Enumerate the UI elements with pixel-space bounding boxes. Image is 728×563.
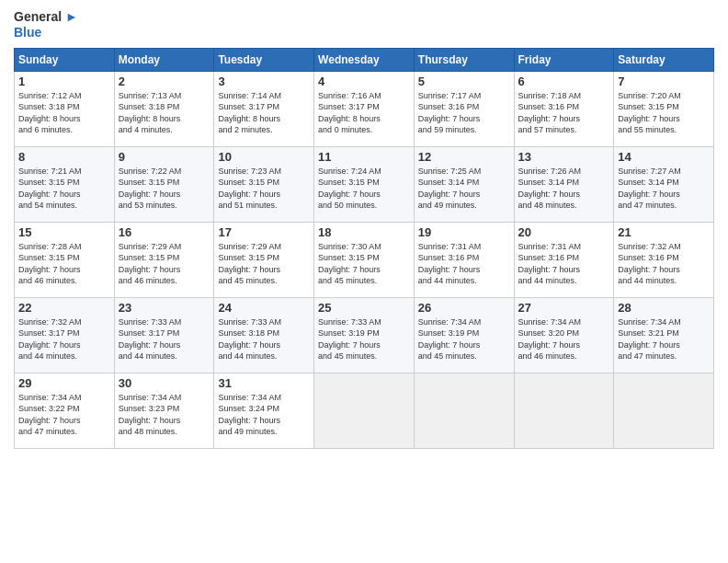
calendar-cell: 4Sunrise: 7:16 AM Sunset: 3:17 PM Daylig… [314,71,415,146]
day-number: 10 [218,150,310,164]
day-info: Sunrise: 7:29 AM Sunset: 3:15 PM Dayligh… [218,241,310,287]
calendar-header: SundayMondayTuesdayWednesdayThursdayFrid… [15,48,714,71]
day-number: 26 [418,301,510,315]
calendar-cell: 6Sunrise: 7:18 AM Sunset: 3:16 PM Daylig… [514,71,614,146]
day-info: Sunrise: 7:21 AM Sunset: 3:15 PM Dayligh… [18,166,110,212]
calendar-cell: 18Sunrise: 7:30 AM Sunset: 3:15 PM Dayli… [314,222,415,297]
calendar-cell: 21Sunrise: 7:32 AM Sunset: 3:16 PM Dayli… [614,222,714,297]
day-number: 13 [518,150,610,164]
day-info: Sunrise: 7:12 AM Sunset: 3:18 PM Dayligh… [18,90,110,136]
day-info: Sunrise: 7:33 AM Sunset: 3:17 PM Dayligh… [119,316,210,362]
calendar-cell: 27Sunrise: 7:34 AM Sunset: 3:20 PM Dayli… [514,297,614,373]
day-number: 28 [618,301,710,315]
calendar-cell: 13Sunrise: 7:26 AM Sunset: 3:14 PM Dayli… [514,146,614,222]
weekday-header: Tuesday [214,48,314,71]
header: General ► Blue [14,9,714,40]
calendar-cell: 3Sunrise: 7:14 AM Sunset: 3:17 PM Daylig… [214,71,314,146]
day-number: 2 [119,75,210,88]
day-info: Sunrise: 7:27 AM Sunset: 3:14 PM Dayligh… [618,166,710,212]
day-number: 23 [119,301,210,315]
day-number: 6 [518,75,610,88]
calendar-body: 1Sunrise: 7:12 AM Sunset: 3:18 PM Daylig… [15,71,714,448]
weekday-row: SundayMondayTuesdayWednesdayThursdayFrid… [15,48,714,71]
calendar-cell: 7Sunrise: 7:20 AM Sunset: 3:15 PM Daylig… [614,71,714,146]
day-info: Sunrise: 7:24 AM Sunset: 3:15 PM Dayligh… [318,166,410,212]
calendar-week-row: 29Sunrise: 7:34 AM Sunset: 3:22 PM Dayli… [15,373,714,448]
calendar-week-row: 22Sunrise: 7:32 AM Sunset: 3:17 PM Dayli… [15,297,714,373]
calendar-cell: 19Sunrise: 7:31 AM Sunset: 3:16 PM Dayli… [414,222,514,297]
day-info: Sunrise: 7:13 AM Sunset: 3:18 PM Dayligh… [119,90,210,136]
day-info: Sunrise: 7:32 AM Sunset: 3:16 PM Dayligh… [618,241,710,287]
calendar-cell: 8Sunrise: 7:21 AM Sunset: 3:15 PM Daylig… [15,146,115,222]
day-info: Sunrise: 7:31 AM Sunset: 3:16 PM Dayligh… [518,241,610,287]
calendar-cell: 5Sunrise: 7:17 AM Sunset: 3:16 PM Daylig… [414,71,514,146]
day-number: 30 [119,376,210,390]
calendar-cell [614,373,714,448]
day-info: Sunrise: 7:32 AM Sunset: 3:17 PM Dayligh… [18,316,110,362]
weekday-header: Sunday [15,48,115,71]
day-info: Sunrise: 7:14 AM Sunset: 3:17 PM Dayligh… [218,90,310,136]
day-number: 5 [418,75,510,88]
day-info: Sunrise: 7:31 AM Sunset: 3:16 PM Dayligh… [418,241,510,287]
calendar-cell: 12Sunrise: 7:25 AM Sunset: 3:14 PM Dayli… [414,146,514,222]
calendar-cell: 25Sunrise: 7:33 AM Sunset: 3:19 PM Dayli… [314,297,415,373]
day-info: Sunrise: 7:26 AM Sunset: 3:14 PM Dayligh… [518,166,610,212]
day-number: 19 [418,225,510,239]
day-info: Sunrise: 7:34 AM Sunset: 3:20 PM Dayligh… [518,316,610,362]
day-number: 21 [618,225,710,239]
day-info: Sunrise: 7:34 AM Sunset: 3:21 PM Dayligh… [618,316,710,362]
day-number: 17 [218,225,310,239]
calendar-cell: 28Sunrise: 7:34 AM Sunset: 3:21 PM Dayli… [614,297,714,373]
calendar-cell: 9Sunrise: 7:22 AM Sunset: 3:15 PM Daylig… [114,146,214,222]
calendar-cell: 17Sunrise: 7:29 AM Sunset: 3:15 PM Dayli… [214,222,314,297]
day-info: Sunrise: 7:34 AM Sunset: 3:23 PM Dayligh… [119,392,210,438]
calendar-cell: 14Sunrise: 7:27 AM Sunset: 3:14 PM Dayli… [614,146,714,222]
weekday-header: Wednesday [314,48,415,71]
calendar-week-row: 8Sunrise: 7:21 AM Sunset: 3:15 PM Daylig… [15,146,714,222]
weekday-header: Saturday [614,48,714,71]
calendar-cell: 26Sunrise: 7:34 AM Sunset: 3:19 PM Dayli… [414,297,514,373]
day-number: 22 [18,301,110,315]
calendar-week-row: 1Sunrise: 7:12 AM Sunset: 3:18 PM Daylig… [15,71,714,146]
calendar-container: General ► Blue SundayMondayTuesdayWednes… [0,0,728,458]
calendar-cell: 15Sunrise: 7:28 AM Sunset: 3:15 PM Dayli… [15,222,115,297]
day-info: Sunrise: 7:33 AM Sunset: 3:19 PM Dayligh… [318,316,410,362]
day-number: 14 [618,150,710,164]
day-number: 16 [119,225,210,239]
day-info: Sunrise: 7:33 AM Sunset: 3:18 PM Dayligh… [218,316,310,362]
day-number: 25 [318,301,410,315]
calendar-cell: 23Sunrise: 7:33 AM Sunset: 3:17 PM Dayli… [114,297,214,373]
day-info: Sunrise: 7:28 AM Sunset: 3:15 PM Dayligh… [18,241,110,287]
calendar-cell: 2Sunrise: 7:13 AM Sunset: 3:18 PM Daylig… [114,71,214,146]
day-info: Sunrise: 7:29 AM Sunset: 3:15 PM Dayligh… [119,241,210,287]
calendar-cell: 11Sunrise: 7:24 AM Sunset: 3:15 PM Dayli… [314,146,415,222]
calendar-table: SundayMondayTuesdayWednesdayThursdayFrid… [14,48,714,449]
day-number: 15 [18,225,110,239]
day-number: 31 [218,376,310,390]
calendar-cell: 22Sunrise: 7:32 AM Sunset: 3:17 PM Dayli… [15,297,115,373]
day-number: 11 [318,150,410,164]
day-info: Sunrise: 7:18 AM Sunset: 3:16 PM Dayligh… [518,90,610,136]
day-number: 27 [518,301,610,315]
day-info: Sunrise: 7:25 AM Sunset: 3:14 PM Dayligh… [418,166,510,212]
logo: General ► Blue [14,9,78,40]
day-number: 1 [18,75,110,88]
calendar-cell: 29Sunrise: 7:34 AM Sunset: 3:22 PM Dayli… [15,373,115,448]
calendar-cell: 24Sunrise: 7:33 AM Sunset: 3:18 PM Dayli… [214,297,314,373]
calendar-cell: 31Sunrise: 7:34 AM Sunset: 3:24 PM Dayli… [214,373,314,448]
day-info: Sunrise: 7:34 AM Sunset: 3:19 PM Dayligh… [418,316,510,362]
day-info: Sunrise: 7:16 AM Sunset: 3:17 PM Dayligh… [318,90,410,136]
calendar-cell: 1Sunrise: 7:12 AM Sunset: 3:18 PM Daylig… [15,71,115,146]
day-number: 3 [218,75,310,88]
day-info: Sunrise: 7:34 AM Sunset: 3:22 PM Dayligh… [18,392,110,438]
calendar-cell [414,373,514,448]
day-number: 20 [518,225,610,239]
day-number: 7 [618,75,710,88]
logo-text: General ► Blue [14,9,78,40]
calendar-cell [314,373,415,448]
day-info: Sunrise: 7:17 AM Sunset: 3:16 PM Dayligh… [418,90,510,136]
calendar-cell: 30Sunrise: 7:34 AM Sunset: 3:23 PM Dayli… [114,373,214,448]
calendar-cell: 20Sunrise: 7:31 AM Sunset: 3:16 PM Dayli… [514,222,614,297]
day-number: 18 [318,225,410,239]
day-number: 29 [18,376,110,390]
